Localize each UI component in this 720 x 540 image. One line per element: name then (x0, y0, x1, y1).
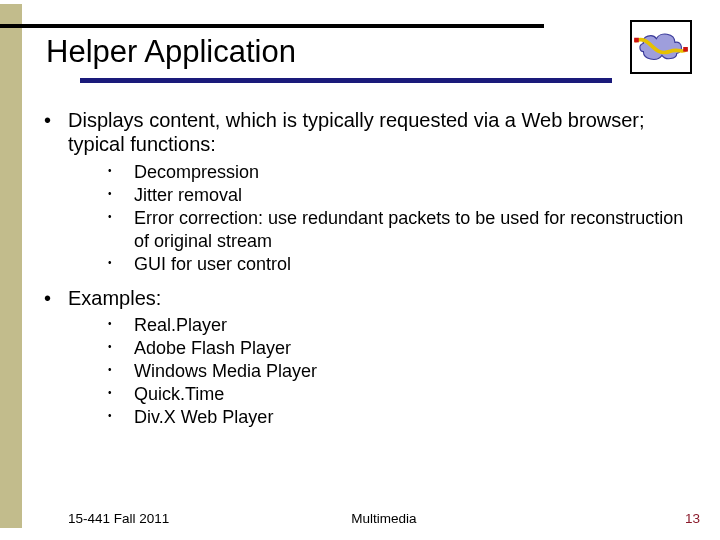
svg-rect-0 (634, 38, 639, 43)
slide-title: Helper Application (46, 34, 296, 70)
bullet-1: Examples: Real.Player Adobe Flash Player… (40, 286, 690, 430)
bullet-1-text: Examples: (68, 287, 161, 309)
sub-1-1: Adobe Flash Player (68, 337, 690, 360)
sub-1-3: Quick.Time (68, 383, 690, 406)
sub-1-0: Real.Player (68, 314, 690, 337)
network-cloud-icon (630, 20, 692, 74)
title-underline-navy (80, 78, 612, 83)
sub-0-0: Decompression (68, 161, 690, 184)
bullet-0: Displays content, which is typically req… (40, 108, 690, 276)
sub-1-4: Div.X Web Player (68, 406, 690, 429)
svg-rect-1 (683, 47, 688, 52)
side-accent-bar (0, 4, 22, 528)
footer-topic: Multimedia (68, 511, 700, 526)
sub-1-2: Windows Media Player (68, 360, 690, 383)
sub-0-3: GUI for user control (68, 253, 690, 276)
top-rule (0, 24, 544, 28)
slide-body: Displays content, which is typically req… (40, 108, 690, 439)
sub-0-2: Error correction: use redundant packets … (68, 207, 690, 253)
footer-page: 13 (685, 511, 700, 526)
bullet-0-text: Displays content, which is typically req… (68, 109, 645, 155)
sub-0-1: Jitter removal (68, 184, 690, 207)
